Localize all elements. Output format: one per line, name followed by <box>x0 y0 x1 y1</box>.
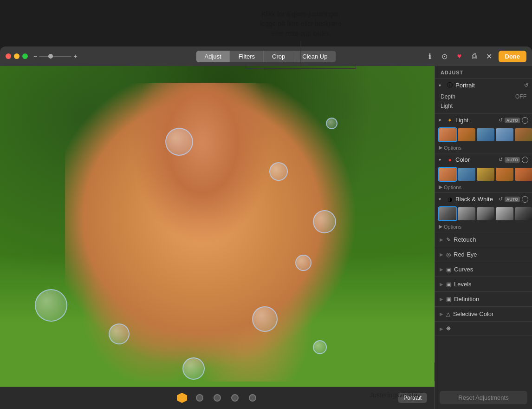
color-toggle[interactable] <box>522 157 528 163</box>
bw-thumb-3[interactable] <box>477 207 494 220</box>
bottom-icons <box>177 393 258 403</box>
whitebalance-title: Curves <box>454 266 473 273</box>
levels-icon: ▣ <box>446 296 451 303</box>
done-button[interactable]: Done <box>499 51 527 62</box>
section-redeye[interactable]: ▶ ◎ Red-Eye <box>435 247 532 262</box>
bubble-9 <box>182 357 205 380</box>
bw-thumb-5[interactable] <box>515 207 532 220</box>
bubble-3 <box>313 210 336 233</box>
color-options-chevron: ▶ <box>439 184 442 190</box>
light-undo-icon[interactable]: ↺ <box>499 117 503 123</box>
light-thumb-1[interactable] <box>439 128 456 141</box>
minimize-button[interactable] <box>14 53 19 59</box>
filter-dot-1[interactable] <box>195 393 205 403</box>
bw-badges: ↺ AUTO <box>499 196 528 203</box>
bw-options-row: ▶ Options <box>435 222 532 232</box>
chevron-light: ▾ <box>439 118 444 123</box>
light-thumb-2[interactable] <box>458 128 475 141</box>
panel-content[interactable]: ▾ ⓘ Portrait ↺ Depth OFF Light <box>435 79 532 386</box>
section-portrait-header[interactable]: ▾ ⓘ Portrait ↺ <box>435 79 532 92</box>
light-options-button[interactable]: ▶ Options <box>439 145 461 151</box>
light-thumb-5[interactable] <box>515 128 532 141</box>
favorite-icon[interactable]: ♥ <box>454 51 465 62</box>
circle-icon-3 <box>231 394 239 402</box>
color-auto-badge[interactable]: AUTO <box>505 157 520 163</box>
light-thumb-3[interactable] <box>477 128 494 141</box>
tab-filters[interactable]: Filters <box>230 51 263 62</box>
hexagon-button[interactable] <box>177 393 187 403</box>
section-retouch[interactable]: ▶ ✎ Retouch <box>435 232 532 247</box>
tooltip-annotation: Klikk for å gjøre justeringer, legge på … <box>162 9 439 39</box>
color-thumb-3[interactable] <box>477 168 494 181</box>
zoom-out-button[interactable]: − <box>33 53 37 60</box>
maximize-button[interactable] <box>22 53 28 59</box>
redeye-title: Red-Eye <box>454 251 477 258</box>
tab-cleanup[interactable]: Clean Up <box>293 51 336 62</box>
close-button[interactable] <box>6 53 11 59</box>
bubble-4 <box>295 255 311 271</box>
tab-crop[interactable]: Crop <box>263 51 293 62</box>
retouch-icon: ✎ <box>446 237 451 243</box>
section-whitebalance[interactable]: ▶ ▣ Curves <box>435 262 532 277</box>
bubble-5 <box>35 289 67 322</box>
bw-thumb-4[interactable] <box>496 207 513 220</box>
bw-thumb-2[interactable] <box>458 207 475 220</box>
color-options-label: Options <box>444 185 461 190</box>
right-panel: ADJUST ▾ ⓘ Portrait ↺ Depth OFF <box>435 66 532 409</box>
bw-auto-badge[interactable]: AUTO <box>505 197 520 202</box>
bubble-2 <box>269 162 288 181</box>
section-portrait: ▾ ⓘ Portrait ↺ Depth OFF Light <box>435 79 532 114</box>
filter-dot-4[interactable] <box>247 393 258 403</box>
bw-options-label: Options <box>444 224 461 230</box>
tab-adjust[interactable]: Adjust <box>196 51 230 62</box>
circle-icon-1 <box>196 394 203 402</box>
section-levels[interactable]: ▶ ▣ Definition <box>435 292 532 307</box>
section-curves[interactable]: ▶ ▣ Levels <box>435 277 532 292</box>
section-definition[interactable]: ▶ △ Selective Color <box>435 307 532 322</box>
section-bw-title: Black & White <box>455 196 497 203</box>
bw-options-button[interactable]: ▶ Options <box>439 224 461 230</box>
bw-thumb-1[interactable] <box>439 207 456 220</box>
reset-adjustments-button[interactable]: Reset Adjustments <box>440 391 527 404</box>
section-bw-header[interactable]: ▾ ◑ Black & White ↺ AUTO <box>435 193 532 205</box>
zoom-slider[interactable] <box>39 56 71 57</box>
light-options-label: Options <box>444 145 461 151</box>
bw-thumbnails <box>435 205 532 222</box>
photo-container <box>0 66 435 409</box>
bw-undo-icon[interactable]: ↺ <box>499 196 503 202</box>
section-light-header[interactable]: ▾ ✦ Light ↺ AUTO <box>435 114 532 126</box>
color-thumb-5[interactable] <box>515 168 532 181</box>
tooltip-line1: Klikk for å gjøre justeringer, <box>162 9 439 19</box>
color-thumb-1[interactable] <box>439 168 456 181</box>
share-icon[interactable]: ⊙ <box>439 51 450 62</box>
color-options-button[interactable]: ▶ Options <box>439 184 461 190</box>
light-toggle[interactable] <box>522 117 528 124</box>
chevron-portrait: ▾ <box>439 83 444 88</box>
color-undo-icon[interactable]: ↺ <box>499 157 503 163</box>
color-thumb-4[interactable] <box>496 168 513 181</box>
bw-toggle[interactable] <box>522 196 528 203</box>
content-area: Portrait ADJUST ▾ ⓘ Portrait ↺ Depth <box>0 66 532 409</box>
light-badges: ↺ AUTO <box>499 117 528 124</box>
light-options-row: ▶ Options <box>435 143 532 153</box>
portrait-row-light: Light <box>439 101 528 111</box>
info-icon[interactable]: ℹ <box>424 51 435 62</box>
export-icon[interactable]: ⎙ <box>469 51 480 62</box>
filter-dot-2[interactable] <box>212 393 222 403</box>
portrait-undo-icon[interactable]: ↺ <box>524 82 528 88</box>
light-thumb-4[interactable] <box>496 128 513 141</box>
color-thumb-2[interactable] <box>458 168 475 181</box>
section-selectivecolor[interactable]: ▶ ❋ <box>435 322 532 336</box>
filter-dot-3[interactable] <box>230 393 240 403</box>
depth-label: Depth <box>441 93 455 100</box>
zoom-in-button[interactable]: + <box>73 53 77 60</box>
light-auto-badge[interactable]: AUTO <box>505 118 520 123</box>
panel-header: ADJUST <box>435 66 532 79</box>
bubble-10 <box>326 118 337 129</box>
chevron-whitebalance: ▶ <box>440 267 443 272</box>
more-icon[interactable]: ✕ <box>484 51 495 62</box>
titlebar: − + Adjust Filters Crop Clean Up ℹ ⊙ ♥ ⎙… <box>0 46 532 66</box>
bw-section-icon: ◑ <box>446 196 454 203</box>
photo-area: Portrait <box>0 66 435 409</box>
section-color-header[interactable]: ▾ ● Color ↺ AUTO <box>435 153 532 166</box>
